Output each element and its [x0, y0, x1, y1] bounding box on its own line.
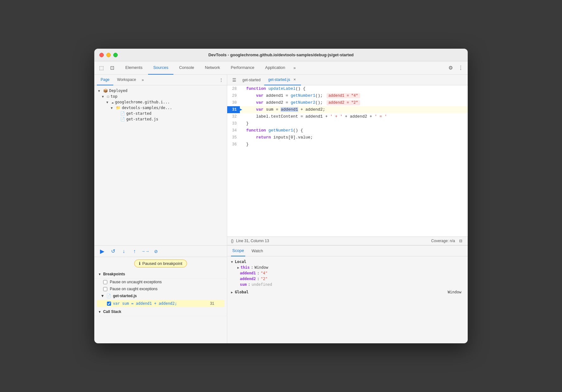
- inspect-element-icon[interactable]: ⬚: [97, 64, 106, 72]
- window-title: DevTools - googlechrome.github.io/devtoo…: [208, 52, 353, 57]
- scope-global-row[interactable]: ▶ Global Window: [231, 289, 464, 296]
- settings-icon[interactable]: ⚙: [446, 64, 455, 72]
- tab-workspace[interactable]: Workspace: [113, 75, 140, 85]
- tab-page[interactable]: Page: [97, 75, 113, 85]
- scope-item-addend1[interactable]: addend1 : "4": [231, 270, 464, 276]
- coverage-icon[interactable]: ⊟: [458, 238, 464, 244]
- toolbar-right: ⚙ ⋮: [446, 64, 465, 72]
- pause-caught-item: Pause on caught exceptions: [94, 285, 227, 292]
- resume-button[interactable]: ▶: [98, 247, 106, 255]
- pause-caught-checkbox[interactable]: [103, 287, 107, 291]
- line-content-31: var sum = addend1 + addend2;: [245, 106, 468, 113]
- call-stack-label: Call Stack: [103, 309, 121, 314]
- close-button[interactable]: [99, 53, 104, 57]
- scope-global-group: ▶ Global Window: [231, 289, 464, 296]
- tab-application[interactable]: Application: [260, 61, 290, 75]
- sidebar: Page Workspace » ⋮ ▼ 📦 Deployed ▼ ☐ top: [94, 75, 227, 245]
- scope-val-addend1: "4": [261, 271, 268, 275]
- tab-watch[interactable]: Watch: [250, 246, 264, 256]
- breakpoints-header[interactable]: ▼ Breakpoints: [94, 270, 227, 279]
- nav-tabs: Elements Sources Console Network Perform…: [120, 61, 298, 75]
- code-line-30: 30 var addend2 = getNumber2();addend2 = …: [227, 99, 468, 106]
- main-content: Page Workspace » ⋮ ▼ 📦 Deployed ▼ ☐ top: [94, 75, 468, 245]
- code-line-32: 32 label.textContent = addend1 + ' + ' +…: [227, 113, 468, 120]
- tree-item-get-started-js[interactable]: 📄 get-started.js: [94, 116, 227, 122]
- tab-sources[interactable]: Sources: [148, 61, 173, 75]
- tree-item-origin[interactable]: ▼ ☁ googlechrome.github.i...: [94, 99, 227, 105]
- step-over-button[interactable]: ↺: [109, 247, 117, 255]
- scope-global-header[interactable]: ▶ Global: [231, 289, 248, 295]
- tab-elements[interactable]: Elements: [120, 61, 147, 75]
- bp-filename: get-started.js: [113, 294, 137, 298]
- bp-enabled-checkbox[interactable]: [107, 302, 111, 306]
- scope-content: ▼ Local ▶ this : Window addend1 : "4: [227, 256, 468, 343]
- step-button[interactable]: →→: [141, 247, 149, 255]
- tab-console[interactable]: Console: [174, 61, 199, 75]
- code-line-35: 35 return inputs[0].value;: [227, 134, 468, 141]
- step-into-button[interactable]: ↓: [120, 247, 128, 255]
- frame-icon: ☐: [107, 94, 109, 99]
- paused-message: Paused on breakpoint: [142, 261, 182, 266]
- bp-arrow: ▼: [101, 294, 104, 298]
- tab-scope[interactable]: Scope: [231, 246, 245, 256]
- device-toggle-icon[interactable]: ⊡: [108, 64, 116, 72]
- close-tab-button[interactable]: ✕: [292, 77, 297, 82]
- scope-global-label: Global: [235, 290, 248, 294]
- scope-val-sum: undefined: [252, 282, 272, 287]
- scope-arrow: ▼: [231, 260, 233, 264]
- editor-tab-get-started[interactable]: get-started: [239, 75, 264, 85]
- menu-icon[interactable]: ⋮: [456, 64, 465, 72]
- scope-panel: Scope Watch ▼ Local ▶ this : Window: [227, 246, 468, 343]
- call-stack-header[interactable]: ▼ Call Stack: [94, 308, 227, 316]
- devtools-window: DevTools - googlechrome.github.io/devtoo…: [94, 49, 468, 343]
- line-num-35: 35: [227, 134, 240, 141]
- tree-item-deployed[interactable]: ▼ 📦 Deployed: [94, 88, 227, 94]
- tree-item-folder[interactable]: ▼ 📁 devtools-samples/de...: [94, 105, 227, 111]
- scope-item-addend2[interactable]: addend2 : "2": [231, 276, 464, 282]
- code-line-31: 31 ▶ var sum = addend1 + addend2;: [227, 106, 468, 113]
- tab-network[interactable]: Network: [200, 61, 225, 75]
- pause-uncaught-checkbox[interactable]: [103, 280, 107, 284]
- scope-key-addend1: addend1: [240, 271, 256, 275]
- line-content-28: function updateLabel() {: [245, 85, 468, 92]
- scope-item-sum[interactable]: sum : undefined: [231, 282, 464, 287]
- right-panel: ☰ get-started get-started.js ✕ 28 functi…: [227, 75, 468, 245]
- cloud-icon: ☁: [111, 100, 114, 104]
- tree-arrow: ▼: [106, 101, 110, 104]
- file-icon: 📄: [120, 111, 125, 116]
- breakpoints-label: Breakpoints: [103, 272, 125, 276]
- section-arrow: ▼: [98, 273, 101, 276]
- sidebar-more-button[interactable]: »: [140, 78, 146, 82]
- bottom-split: ▶ ↺ ↓ ↑ →→ ⊘ ℹ Paused on breakpoint ▼ Br…: [94, 245, 468, 343]
- code-line-33: 33 }: [227, 120, 468, 127]
- editor-tab-get-started-js[interactable]: get-started.js ✕: [264, 75, 301, 85]
- scope-key-addend2: addend2: [240, 277, 256, 281]
- line-num-31: 31: [227, 106, 240, 113]
- tree-item-top[interactable]: ▼ ☐ top: [94, 94, 227, 99]
- tab-performance[interactable]: Performance: [226, 61, 259, 75]
- traffic-lights: [99, 53, 118, 57]
- tree-item-get-started[interactable]: 📄 get-started: [94, 111, 227, 116]
- bp-line-num: 31: [210, 301, 214, 306]
- cube-icon: 📦: [103, 89, 108, 93]
- js-file-icon: 📄: [120, 117, 125, 121]
- section-arrow: ▼: [98, 310, 101, 314]
- line-content-34: function getNumber1() {: [245, 127, 468, 134]
- more-tabs-button[interactable]: »: [291, 61, 298, 75]
- maximize-button[interactable]: [113, 53, 118, 57]
- line-num-34: 34: [227, 127, 240, 134]
- sidebar-menu-button[interactable]: ⋮: [218, 77, 224, 83]
- minimize-button[interactable]: [106, 53, 111, 57]
- step-out-button[interactable]: ↑: [130, 247, 139, 255]
- bp-line[interactable]: var sum = addend1 + addend2; 31: [97, 300, 224, 307]
- deactivate-breakpoints-button[interactable]: ⊘: [152, 247, 160, 255]
- status-bar: {} Line 31, Column 13 Coverage: n/a ⊟: [227, 236, 468, 245]
- bp-file[interactable]: ▼ 📄 get-started.js: [94, 292, 227, 299]
- file-nav-toggle[interactable]: ☰: [230, 76, 239, 84]
- line-content-36: }: [245, 141, 468, 148]
- sidebar-tabs: Page Workspace » ⋮: [94, 75, 227, 85]
- scope-global-value: Window: [448, 290, 461, 294]
- scope-local-label: Local: [235, 260, 246, 264]
- scope-local-header[interactable]: ▼ Local: [231, 259, 464, 265]
- scope-item-this[interactable]: ▶ this : Window: [231, 265, 464, 270]
